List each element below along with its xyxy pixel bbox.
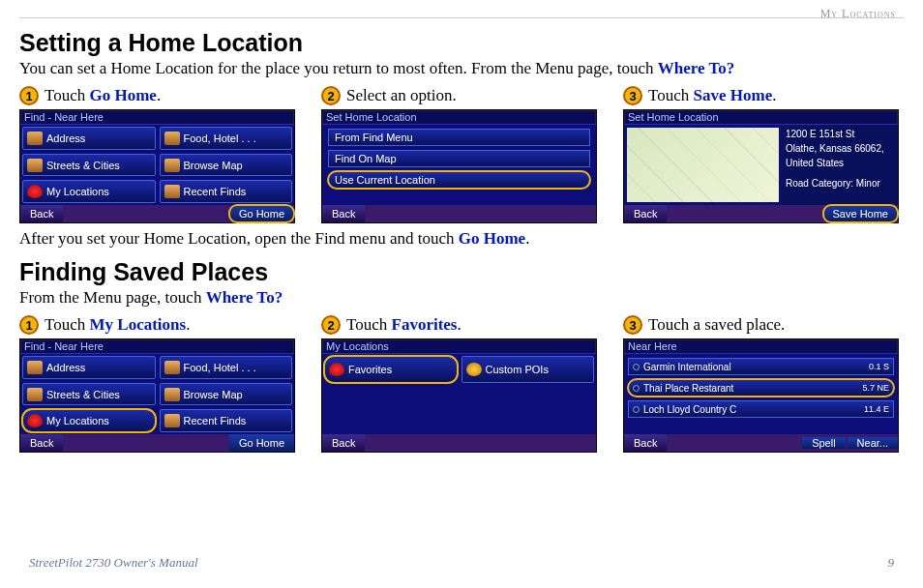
buildings-icon	[27, 388, 43, 401]
list-item[interactable]: Garmin International0.1 S	[628, 358, 894, 375]
back-button[interactable]: Back	[20, 434, 63, 452]
where-to-link: Where To?	[206, 288, 283, 307]
bullet-icon	[633, 406, 640, 413]
menu-food[interactable]: Food, Hotel . . .	[160, 356, 293, 379]
go-home-button[interactable]: Go Home	[229, 205, 294, 222]
menu-address[interactable]: Address	[22, 127, 156, 150]
history-icon	[164, 414, 180, 427]
back-button[interactable]: Back	[624, 434, 667, 452]
card-icon	[27, 132, 43, 145]
menu-recent[interactable]: Recent Finds	[160, 409, 293, 432]
history-icon	[164, 185, 180, 198]
spell-button[interactable]: Spell	[802, 437, 845, 449]
device-screen-confirm: Set Home Location 1200 E 151st St Olathe…	[623, 109, 899, 223]
heading-finding-saved: Finding Saved Places	[19, 258, 904, 286]
step-badge-3: 3	[623, 86, 642, 105]
address-panel: 1200 E 151st St Olathe, Kansas 66062, Un…	[782, 125, 898, 205]
heart-icon	[27, 185, 43, 198]
back-button[interactable]: Back	[322, 205, 365, 222]
intro-text-2: From the Menu page, touch Where To?	[19, 288, 904, 308]
step-badge-1: 1	[19, 86, 39, 105]
step-text: Touch Go Home.	[45, 86, 161, 105]
map-preview[interactable]	[627, 128, 779, 202]
section-header: My Locations	[19, 7, 904, 21]
menu-streets[interactable]: Streets & Cities	[22, 383, 156, 406]
back-button[interactable]: Back	[322, 434, 365, 452]
marker-icon	[466, 363, 482, 376]
heading-home-location: Setting a Home Location	[19, 29, 904, 57]
poi-icon	[164, 132, 180, 145]
card-icon	[27, 361, 43, 374]
back-button[interactable]: Back	[20, 205, 63, 222]
footer-page-number: 9	[888, 555, 895, 571]
menu-address[interactable]: Address	[22, 356, 156, 379]
step-text: Touch My Locations.	[45, 315, 190, 335]
back-button[interactable]: Back	[624, 205, 667, 222]
opt-find-on-map[interactable]: Find On Map	[328, 150, 590, 167]
menu-favorites[interactable]: Favorites	[324, 356, 458, 383]
opt-use-current[interactable]: Use Current Location	[328, 171, 590, 189]
step-text: Touch a saved place.	[648, 315, 785, 335]
step-badge-1: 1	[19, 315, 39, 335]
where-to-link: Where To?	[658, 59, 735, 77]
bullet-icon	[633, 364, 640, 370]
list-item[interactable]: Loch Lloyd Country C11.4 E	[628, 400, 894, 418]
menu-mylocations[interactable]: My Locations	[22, 409, 156, 432]
step-badge-3: 3	[623, 315, 642, 335]
map-icon	[164, 388, 180, 401]
list-item[interactable]: Thai Place Restarant5.7 NE	[628, 379, 894, 397]
heart-icon	[329, 363, 344, 376]
bullet-icon	[633, 385, 640, 392]
device-screen-find: Find - Near Here Address Streets & Citie…	[19, 109, 295, 223]
menu-browsemap[interactable]: Browse Map	[160, 154, 293, 177]
menu-custom-pois[interactable]: Custom POIs	[462, 356, 595, 383]
step-badge-2: 2	[321, 315, 341, 335]
poi-icon	[164, 361, 180, 374]
go-home-button[interactable]: Go Home	[229, 434, 294, 452]
map-icon	[164, 159, 180, 172]
menu-mylocations[interactable]: My Locations	[22, 180, 156, 203]
save-home-button[interactable]: Save Home	[823, 205, 898, 222]
opt-from-find[interactable]: From Find Menu	[328, 129, 590, 146]
buildings-icon	[27, 159, 43, 172]
intro-text: You can set a Home Location for the plac…	[19, 59, 904, 78]
menu-browsemap[interactable]: Browse Map	[160, 383, 293, 406]
menu-food[interactable]: Food, Hotel . . .	[160, 127, 293, 150]
footer-manual-title: StreetPilot 2730 Owner's Manual	[29, 555, 198, 571]
heart-icon	[27, 414, 43, 427]
after-note: After you set your Home Location, open t…	[19, 229, 904, 249]
near-button[interactable]: Near...	[848, 437, 898, 449]
device-screen-nearhere: Near Here Garmin International0.1 S Thai…	[623, 338, 899, 453]
step-text: Touch Save Home.	[648, 86, 776, 105]
step-text: Touch Favorites.	[346, 315, 462, 335]
device-screen-find: Find - Near Here Address Streets & Citie…	[19, 338, 295, 453]
menu-recent[interactable]: Recent Finds	[160, 180, 293, 203]
step-badge-2: 2	[321, 86, 341, 105]
device-screen-mylocations: My Locations Favorites Custom POIs Back	[321, 338, 597, 453]
menu-streets[interactable]: Streets & Cities	[22, 154, 156, 177]
device-screen-sethome: Set Home Location From Find Menu Find On…	[321, 109, 597, 223]
step-text: Select an option.	[346, 86, 457, 105]
